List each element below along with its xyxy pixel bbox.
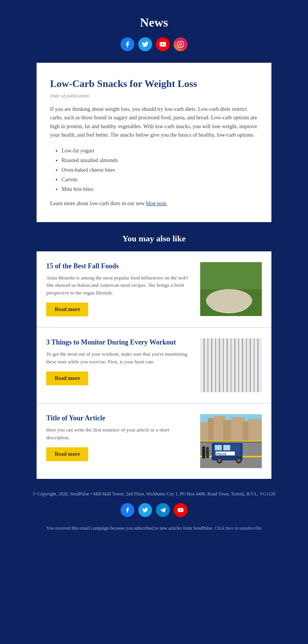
- related-article-2-desc: To get the most out of your workout, mak…: [46, 350, 192, 365]
- svg-rect-29: [200, 338, 262, 392]
- main-article-card: Low-Carb Snacks for Weight Loss Date of …: [37, 63, 271, 222]
- related-article-2-image: [200, 338, 262, 392]
- svg-point-8: [220, 298, 243, 309]
- related-article-2-content: 3 Things to Monitor During Every Workout…: [46, 338, 192, 385]
- page-title: News: [8, 15, 300, 30]
- read-more-button-3[interactable]: Read more: [46, 447, 88, 461]
- svg-point-52: [202, 446, 205, 449]
- footer-unsubscribe: You received this email campaign because…: [8, 525, 300, 532]
- svg-point-10: [238, 294, 246, 303]
- svg-rect-55: [200, 440, 262, 442]
- svg-point-11: [220, 297, 222, 299]
- related-article-3-content: Title of Your Article Here you can write…: [46, 414, 192, 461]
- list-item: Carrots: [62, 175, 258, 184]
- svg-point-54: [206, 447, 209, 450]
- svg-point-12: [221, 298, 221, 298]
- footer: © Copyright, 2020, SendPulse • Mill Mall…: [0, 479, 308, 543]
- related-article-3-image: POLICE: [200, 414, 262, 468]
- svg-rect-4: [200, 289, 262, 316]
- related-article-3: Title of Your Article Here you can write…: [37, 403, 271, 479]
- unsubscribe-link[interactable]: Click here to unsubscribe: [215, 525, 262, 531]
- related-article-3-title: Title of Your Article: [46, 414, 192, 422]
- svg-point-5: [208, 292, 250, 313]
- read-more-button-2[interactable]: Read more: [46, 371, 88, 385]
- read-more-button-1[interactable]: Read more: [46, 303, 88, 316]
- header: News: [0, 0, 308, 63]
- footer-facebook-icon[interactable]: [121, 503, 134, 517]
- svg-rect-53: [206, 450, 209, 458]
- related-article-2: 3 Things to Monitor During Every Workout…: [37, 328, 271, 403]
- related-article-2-title: 3 Things to Monitor During Every Workout: [46, 338, 192, 346]
- svg-rect-37: [248, 419, 262, 441]
- header-twitter-icon[interactable]: [138, 37, 152, 51]
- header-facebook-icon[interactable]: [121, 37, 134, 51]
- svg-point-9: [236, 293, 247, 304]
- footer-telegram-icon[interactable]: [156, 503, 170, 517]
- svg-rect-43: [215, 445, 222, 450]
- svg-rect-1: [178, 42, 184, 47]
- footer-twitter-icon[interactable]: [138, 503, 152, 517]
- section-heading: You may also like: [0, 222, 308, 251]
- header-social-icons: [8, 37, 300, 51]
- related-article-1-image: [200, 262, 262, 316]
- article-date: Date of publication: [50, 93, 258, 99]
- svg-point-6: [209, 292, 249, 311]
- main-article-title: Low-Carb Snacks for Weight Loss: [50, 78, 258, 90]
- related-article-1: 15 of the Best Fall Foods Anna Monette i…: [37, 251, 271, 328]
- related-article-1-content: 15 of the Best Fall Foods Anna Monette i…: [46, 262, 192, 317]
- related-article-3-desc: Here you can write the first sentence of…: [46, 426, 192, 441]
- related-article-1-title: 15 of the Best Fall Foods: [46, 262, 192, 270]
- svg-rect-51: [202, 449, 205, 458]
- list-item: Mini brie bites: [62, 184, 258, 194]
- svg-point-48: [218, 459, 221, 462]
- list-item: Low-fat yogurt: [62, 146, 258, 156]
- list-item: Roasted unsalted almonds: [62, 156, 258, 165]
- svg-point-7: [213, 293, 238, 308]
- header-youtube-icon[interactable]: [156, 37, 170, 51]
- article-body: If you are thinking about weight loss, y…: [50, 105, 258, 140]
- svg-rect-44: [223, 445, 230, 450]
- related-article-1-desc: Anna Monette is among the most popular f…: [46, 274, 192, 297]
- list-item: Oven-baked cheese bites: [62, 165, 258, 175]
- article-footer-text: Learn more about low-carb diets in our n…: [50, 201, 258, 207]
- article-list: Low-fat yogurt Roasted unsalted almonds …: [50, 146, 258, 194]
- footer-social-icons: [8, 503, 300, 517]
- svg-point-50: [237, 459, 240, 462]
- footer-youtube-icon[interactable]: [174, 503, 187, 517]
- svg-text:POLICE: POLICE: [216, 453, 226, 455]
- footer-copyright: © Copyright, 2020, SendPulse • Mill Mall…: [8, 490, 300, 497]
- related-articles-container: 15 of the Best Fall Foods Anna Monette i…: [37, 251, 271, 479]
- blog-post-link[interactable]: blog post.: [146, 201, 167, 206]
- header-instagram-icon[interactable]: [174, 37, 187, 51]
- svg-rect-35: [231, 417, 244, 441]
